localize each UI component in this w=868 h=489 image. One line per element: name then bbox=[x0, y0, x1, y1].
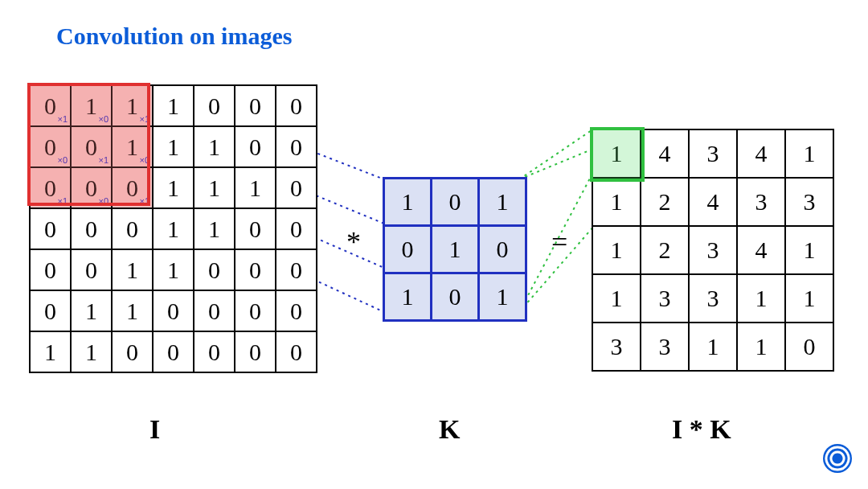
output-cell: 1 bbox=[785, 226, 833, 274]
input-cell: 0 bbox=[276, 126, 317, 167]
input-cell: 0 bbox=[194, 290, 235, 331]
input-cell: 1 bbox=[194, 208, 235, 249]
output-cell: 1 bbox=[689, 323, 737, 371]
input-matrix: 0×11×01×110000×00×11×011000×10×00×111100… bbox=[29, 84, 317, 373]
output-cell: 1 bbox=[592, 129, 641, 178]
weight-subscript: ×1 bbox=[139, 196, 149, 206]
kernel-cell: 1 bbox=[479, 179, 526, 226]
input-cell: 0 bbox=[276, 85, 317, 126]
output-cell: 2 bbox=[641, 178, 689, 226]
input-cell: 0 bbox=[71, 208, 112, 249]
input-cell: 0 bbox=[235, 208, 276, 249]
output-matrix: 1434112433123411331133110 bbox=[592, 129, 834, 372]
weight-subscript: ×0 bbox=[98, 196, 108, 206]
input-cell: 0×0 bbox=[71, 167, 112, 208]
label-K: K bbox=[439, 414, 460, 445]
input-cell: 1 bbox=[153, 249, 194, 290]
output-cell: 1 bbox=[592, 226, 641, 274]
output-cell: 4 bbox=[737, 226, 785, 274]
input-cell: 0×1 bbox=[71, 126, 112, 167]
svg-line-4 bbox=[519, 130, 592, 179]
output-cell: 2 bbox=[641, 226, 689, 274]
input-cell: 0 bbox=[235, 85, 276, 126]
output-cell: 3 bbox=[785, 178, 833, 226]
input-cell: 0 bbox=[276, 208, 317, 249]
output-cell: 0 bbox=[785, 323, 833, 371]
weight-subscript: ×1 bbox=[57, 196, 68, 206]
input-cell: 0 bbox=[235, 290, 276, 331]
kernel-cell: 0 bbox=[432, 273, 479, 321]
input-cell: 0×1 bbox=[30, 85, 71, 126]
input-cell: 1×1 bbox=[112, 85, 153, 126]
kernel-cell: 0 bbox=[432, 179, 479, 226]
input-cell: 1 bbox=[71, 290, 112, 331]
input-cell: 0 bbox=[71, 249, 112, 290]
output-cell: 3 bbox=[592, 323, 641, 371]
input-cell: 1 bbox=[194, 126, 235, 167]
output-cell: 1 bbox=[737, 274, 785, 323]
input-cell: 1 bbox=[194, 167, 235, 208]
input-cell: 1 bbox=[153, 208, 194, 249]
kernel-cell: 1 bbox=[432, 226, 479, 273]
output-cell: 3 bbox=[689, 129, 737, 178]
weight-subscript: ×1 bbox=[98, 155, 108, 165]
input-cell: 0 bbox=[30, 208, 71, 249]
input-cell: 1 bbox=[153, 167, 194, 208]
output-cell: 4 bbox=[641, 129, 689, 178]
weight-subscript: ×0 bbox=[98, 114, 108, 124]
output-cell: 3 bbox=[737, 178, 785, 226]
output-cell: 3 bbox=[641, 323, 689, 371]
input-cell: 1 bbox=[235, 167, 276, 208]
input-cell: 1×0 bbox=[112, 126, 153, 167]
input-cell: 0 bbox=[30, 290, 71, 331]
input-cell: 0 bbox=[235, 331, 276, 372]
input-cell: 0×1 bbox=[30, 167, 71, 208]
output-cell: 1 bbox=[785, 129, 833, 178]
kernel-cell: 0 bbox=[479, 226, 526, 273]
input-cell: 0 bbox=[30, 249, 71, 290]
input-cell: 0×1 bbox=[112, 167, 153, 208]
output-cell: 4 bbox=[689, 178, 737, 226]
weight-subscript: ×0 bbox=[57, 155, 68, 165]
output-cell: 3 bbox=[641, 274, 689, 323]
input-cell: 0 bbox=[194, 85, 235, 126]
kernel-cell: 1 bbox=[384, 179, 432, 226]
input-cell: 1 bbox=[30, 331, 71, 372]
input-cell: 0×0 bbox=[30, 126, 71, 167]
weight-subscript: ×1 bbox=[57, 114, 68, 124]
output-cell: 1 bbox=[737, 323, 785, 371]
kernel-cell: 1 bbox=[384, 273, 432, 321]
page-title: Convolution on images bbox=[56, 23, 292, 50]
kernel-matrix: 101010101 bbox=[383, 177, 527, 322]
output-cell: 4 bbox=[737, 129, 785, 178]
output-cell: 3 bbox=[689, 274, 737, 323]
input-cell: 0 bbox=[112, 208, 153, 249]
input-cell: 0 bbox=[276, 249, 317, 290]
output-cell: 3 bbox=[689, 226, 737, 274]
input-cell: 0 bbox=[194, 249, 235, 290]
input-cell: 0 bbox=[235, 126, 276, 167]
input-cell: 1×0 bbox=[71, 85, 112, 126]
input-cell: 0 bbox=[153, 331, 194, 372]
conv-operator: * bbox=[346, 225, 361, 259]
input-cell: 0 bbox=[194, 331, 235, 372]
weight-subscript: ×1 bbox=[139, 114, 149, 124]
input-cell: 1 bbox=[112, 290, 153, 331]
label-IK: I * K bbox=[672, 414, 731, 445]
output-cell: 1 bbox=[592, 178, 641, 226]
brand-logo bbox=[821, 442, 854, 475]
input-cell: 1 bbox=[71, 331, 112, 372]
input-cell: 0 bbox=[112, 331, 153, 372]
input-cell: 0 bbox=[153, 290, 194, 331]
input-cell: 1 bbox=[153, 85, 194, 126]
input-cell: 0 bbox=[276, 167, 317, 208]
output-cell: 1 bbox=[592, 274, 641, 323]
kernel-cell: 1 bbox=[479, 273, 526, 321]
weight-subscript: ×0 bbox=[139, 155, 149, 165]
equals-operator: = bbox=[551, 225, 567, 259]
diagram-stage: 0×11×01×110000×00×11×011000×10×00×111100… bbox=[29, 84, 839, 462]
output-cell: 1 bbox=[785, 274, 833, 323]
input-cell: 1 bbox=[153, 126, 194, 167]
input-cell: 1 bbox=[112, 249, 153, 290]
input-cell: 0 bbox=[235, 249, 276, 290]
